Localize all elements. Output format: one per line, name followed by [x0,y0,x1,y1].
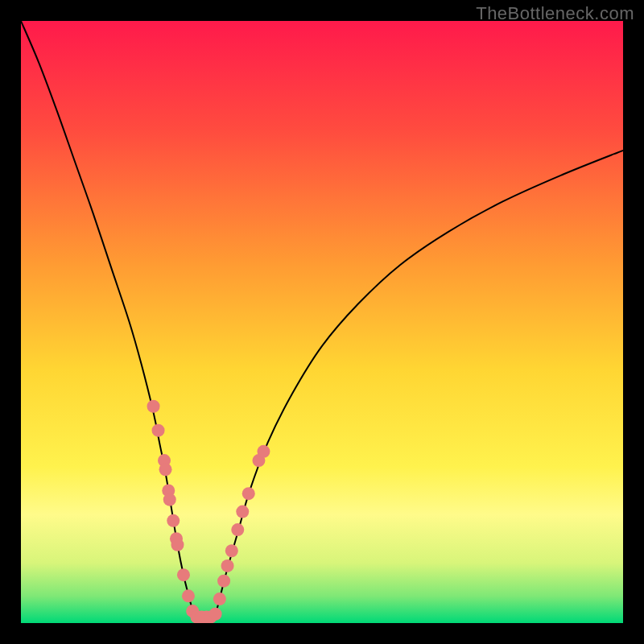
scatter-dot [242,487,255,500]
bottleneck-chart [21,21,623,623]
watermark-text: TheBottleneck.com [476,3,634,24]
scatter-dot [152,424,165,437]
scatter-dot [225,544,238,557]
scatter-dot [167,514,180,527]
scatter-dot [159,463,172,476]
scatter-dot [221,559,234,572]
scatter-dot [209,608,222,621]
scatter-dot [257,445,270,458]
scatter-dot [177,568,190,581]
scatter-dot [231,523,244,536]
scatter-dot [171,539,184,551]
scatter-dot [147,400,160,413]
gradient-background [21,21,623,623]
scatter-dot [163,493,176,506]
scatter-dot [182,589,195,602]
chart-frame: TheBottleneck.com [0,0,644,644]
scatter-dot [217,575,230,588]
scatter-dot [213,592,226,605]
scatter-dot [236,506,249,518]
